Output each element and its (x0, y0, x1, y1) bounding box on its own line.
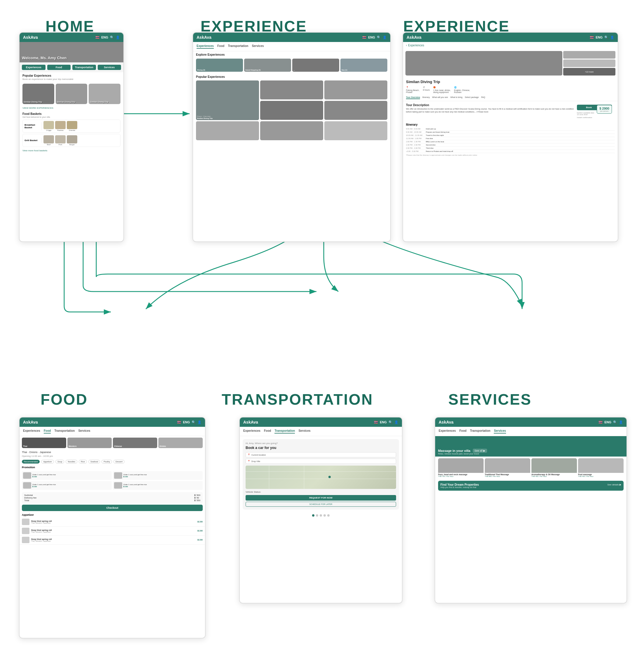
detail-tabs[interactable]: Tour Overview Itinerary What will you se… (403, 94, 618, 101)
filter-noodles[interactable]: Noodles (66, 460, 77, 464)
tab-food-svc[interactable]: Food (459, 429, 466, 434)
request-now-button[interactable]: REQUEST FOR NOW (245, 495, 396, 501)
filter-appetizer[interactable]: Appetizer (41, 460, 54, 464)
exp-card-2[interactable]: Similan Diving Trip (56, 84, 88, 104)
tab-services-svc[interactable]: Services (494, 429, 506, 434)
cat-drinks[interactable]: Drinks (158, 438, 203, 448)
services-see-all[interactable]: See all ▶ (473, 449, 487, 453)
filter-rice[interactable]: Rice (79, 460, 87, 464)
tab-food-trans[interactable]: Food (264, 429, 271, 434)
user-icon-food[interactable]: 👤 (198, 421, 202, 424)
tab-experiences[interactable]: Experiences (197, 44, 214, 49)
trans-input-to[interactable]: 📍 Drop Ville (245, 459, 396, 464)
services-tabs[interactable]: Experiences Food Transportation Services (435, 427, 626, 436)
service-card-foot[interactable]: Foot massage THB 450 / Per Hour (578, 458, 623, 477)
properties-promo[interactable]: Find Your Dream Properties See details ▶… (438, 481, 623, 491)
cat-western[interactable]: Western (67, 438, 112, 448)
thumb-1[interactable] (563, 51, 615, 59)
nav-experiences[interactable]: Experiences (22, 65, 46, 70)
exp-tabs[interactable]: Experiences Food Transportation Services (193, 42, 390, 51)
pop-card-4[interactable] (260, 101, 323, 120)
exp-card-3[interactable]: Similan Diving Trip (89, 84, 120, 104)
tab-transportation-exp[interactable]: Transportation (228, 44, 248, 49)
user-icon-details[interactable]: 👤 (610, 36, 614, 39)
user-icon-exp[interactable]: 👤 (383, 36, 387, 39)
promo-3[interactable]: Order 1 curry and get free rice ฿ 300 (22, 481, 112, 490)
filter-recommended[interactable]: Recommended (22, 460, 40, 464)
promo-2[interactable]: Order 1 curry and get free rice ฿ 300 (113, 471, 203, 480)
tab-experiences-food[interactable]: Experiences (23, 429, 40, 434)
service-card-thai[interactable]: Traditional Thai Massage THB 800 / Per H… (485, 458, 530, 477)
view-more-exp[interactable]: VIEW MORE EXPERIENCES (20, 105, 123, 111)
back-to-experiences[interactable]: ‹ Experiences (403, 42, 618, 49)
trans-tabs[interactable]: Experiences Food Transportation Services (240, 427, 402, 436)
appetizer-row-2[interactable]: Deep fried spring roll Thai, Western, Ja… (20, 527, 205, 535)
tab-food-exp[interactable]: Food (217, 44, 224, 49)
pop-card-2[interactable] (260, 81, 323, 99)
detail-tab-itinerary[interactable]: Itinerary (422, 96, 430, 99)
food-tabs[interactable]: Experiences Food Transportation Services (20, 427, 205, 436)
promo-4[interactable]: Order 1 curry and get free rice ฿ 300 (113, 481, 203, 490)
exp-card-1[interactable]: Similan Diving Trip (23, 84, 54, 104)
search-icon-details[interactable]: 🔍 (604, 36, 608, 39)
tab-services-trans[interactable]: Services (298, 429, 310, 434)
schedule-later-button[interactable]: SCHEDULE FOR LATER (245, 502, 396, 507)
tab-transportation-food[interactable]: Transportation (54, 429, 75, 434)
search-icon-food[interactable]: 🔍 (192, 421, 196, 424)
search-icon[interactable]: 🔍 (110, 36, 114, 39)
detail-tab-bring[interactable]: What to bring (450, 96, 463, 99)
detail-tab-see[interactable]: What will you see (432, 96, 448, 99)
search-icon-exp[interactable]: 🔍 (377, 36, 381, 39)
filter-dessert[interactable]: Dessert (113, 460, 124, 464)
tab-trans-svc[interactable]: Transportation (470, 429, 490, 434)
view-more-baskets[interactable]: View more food baskets (23, 148, 120, 153)
nav-food[interactable]: Food (47, 65, 71, 70)
service-card-aroma[interactable]: Aromatherapy & Oil Massage THB 450 / Per… (531, 458, 577, 477)
home-nav[interactable]: Experiences Food Transportation Services (20, 62, 123, 72)
nav-services[interactable]: Services (98, 65, 121, 70)
trans-input-from[interactable]: 📍 Current location (245, 452, 396, 458)
appetizer-row-1[interactable]: Deep fried spring roll Thai, Western, Ja… (20, 518, 205, 527)
pop-card-7[interactable] (260, 121, 323, 140)
search-icon-trans[interactable]: 🔍 (388, 421, 392, 424)
nav-transportation[interactable]: Transportation (72, 65, 96, 70)
explore-card-misc[interactable]: ... (292, 59, 339, 72)
search-icon-svc[interactable]: 🔍 (613, 421, 617, 424)
tab-exp-svc[interactable]: Experiences (439, 429, 456, 434)
pop-card-6[interactable] (196, 121, 259, 140)
food-filters[interactable]: Recommended Appetizer Soup Noodles Rice … (20, 459, 205, 465)
service-card-face[interactable]: Face, head and neck massage THB 750 / Pe… (438, 458, 484, 477)
tab-services-exp[interactable]: Services (252, 44, 264, 49)
detail-tab-faq[interactable]: FAQ (481, 96, 485, 99)
tab-transportation-trans[interactable]: Transportation (274, 429, 295, 434)
cat-thai[interactable]: Thai (22, 438, 66, 448)
promo-see-details[interactable]: See details ▶ (607, 484, 621, 486)
filter-seafood[interactable]: Seafood (88, 460, 100, 464)
detail-tab-package[interactable]: Select package (465, 96, 479, 99)
explore-card-island[interactable]: Island Hopping (3) (244, 59, 291, 72)
promo-1[interactable]: Order 1 curry and get free rice ฿ 300 (22, 471, 112, 480)
tab-exp-trans[interactable]: Experiences (243, 429, 260, 434)
tab-services-food[interactable]: Services (78, 429, 90, 434)
food-categories[interactable]: Thai Western Chinese Drinks (20, 436, 205, 450)
breakfast-basket[interactable]: Breakfast Basket 2 Eggs Pastries Granola (23, 120, 120, 133)
pop-card-3[interactable] (324, 81, 387, 99)
explore-card-sea[interactable]: Sea (1) (340, 59, 387, 72)
more-images[interactable]: +10 more (563, 68, 615, 75)
cat-chinese[interactable]: Chinese (113, 438, 157, 448)
filter-poultry[interactable]: Poultry (101, 460, 112, 464)
tab-food-food[interactable]: Food (44, 429, 51, 434)
grill-basket[interactable]: Grill Basket Beef Pork Burger (23, 134, 120, 147)
thumb-2[interactable] (563, 60, 615, 67)
user-icon[interactable]: 👤 (116, 36, 120, 39)
appetizer-row-3[interactable]: Deep fried spring roll Thai, Western, Ja… (20, 535, 205, 545)
cart-summary[interactable]: Subtotal Delivery fee Total ฿ 500 ฿ 50 ฿… (22, 492, 203, 503)
pop-card-5[interactable] (324, 101, 387, 120)
pop-card-8[interactable] (324, 121, 387, 140)
explore-card-diving[interactable]: Diving (3) (196, 59, 243, 72)
detail-tab-overview[interactable]: Tour Overview (406, 96, 420, 99)
checkout-button[interactable]: Checkout (22, 505, 203, 511)
filter-soup[interactable]: Soup (55, 460, 64, 464)
user-icon-trans[interactable]: 👤 (394, 421, 399, 424)
pop-card-1[interactable]: 8 hours · 1 free meal... Similan Diving … (196, 81, 259, 120)
